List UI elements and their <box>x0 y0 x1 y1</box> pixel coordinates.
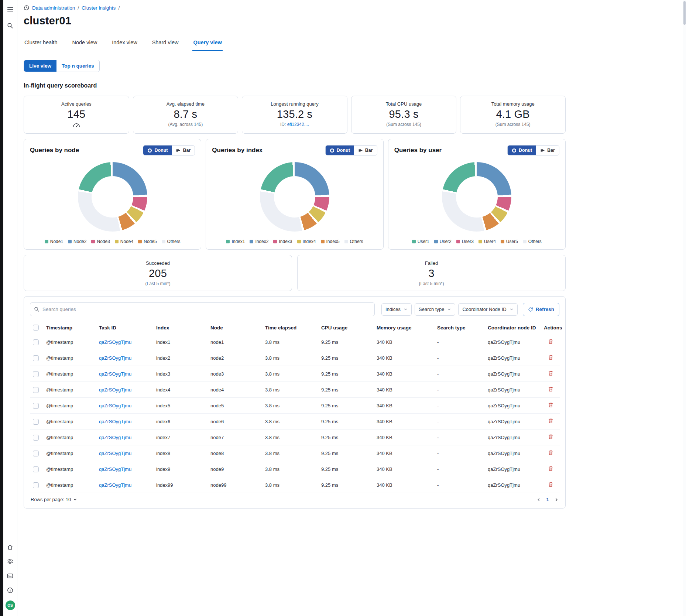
delete-query-button[interactable] <box>547 370 554 378</box>
task-id-link[interactable]: qaZrSOygTjmu <box>99 371 131 377</box>
col-header-coordinator-node-id[interactable]: Coordinator node ID <box>485 321 541 334</box>
legend-item[interactable]: User3 <box>456 239 474 244</box>
page-scrollbar[interactable] <box>683 0 686 616</box>
row-checkbox[interactable] <box>33 339 39 345</box>
cell-index: index3 <box>153 366 207 382</box>
col-header-index[interactable]: Index <box>153 321 207 334</box>
settings-button[interactable] <box>6 557 14 565</box>
tab-cluster-health[interactable]: Cluster health <box>24 40 58 51</box>
legend-item[interactable]: Index2 <box>250 239 268 244</box>
bar-chart-icon <box>358 148 363 153</box>
row-checkbox[interactable] <box>33 466 39 472</box>
task-id-link[interactable]: qaZrSOygTjmu <box>99 482 131 488</box>
next-page-button[interactable] <box>554 497 559 502</box>
legend-item[interactable]: Index3 <box>273 239 292 244</box>
cell-timestamp: @timestamp <box>43 382 96 398</box>
col-header-search-type[interactable]: Search type <box>434 321 485 334</box>
donut-chart[interactable] <box>260 162 329 232</box>
col-header-node[interactable]: Node <box>207 321 262 334</box>
legend-item[interactable]: User2 <box>434 239 452 244</box>
row-checkbox[interactable] <box>33 403 39 409</box>
query-id-link[interactable]: efi12342.... <box>287 122 309 127</box>
row-checkbox[interactable] <box>33 419 39 425</box>
task-id-link[interactable]: qaZrSOygTjmu <box>99 339 131 345</box>
home-button[interactable] <box>6 543 14 551</box>
tab-query-view[interactable]: Query view <box>192 40 222 51</box>
col-header-cpu-usage[interactable]: CPU usage <box>318 321 374 334</box>
legend-item[interactable]: User5 <box>501 239 518 244</box>
sidebar-search-button[interactable] <box>6 21 14 30</box>
col-header-time-elapsed[interactable]: Time elapsed <box>262 321 318 334</box>
info-button[interactable] <box>6 586 14 594</box>
prev-page-button[interactable] <box>536 497 541 502</box>
select-all-checkbox[interactable] <box>33 325 39 331</box>
donut-toggle-button[interactable]: Donut <box>326 146 354 155</box>
rows-per-page-button[interactable]: Rows per page: 10 <box>31 497 77 502</box>
bar-toggle-button[interactable]: Bar <box>354 146 377 155</box>
row-checkbox[interactable] <box>33 451 39 456</box>
top-n-queries-button[interactable]: Top n queries <box>56 60 99 72</box>
donut-chart[interactable] <box>442 162 511 232</box>
legend-item[interactable]: Node1 <box>45 239 63 244</box>
bar-toggle-button[interactable]: Bar <box>172 146 195 155</box>
legend-item[interactable]: Node4 <box>115 239 133 244</box>
legend-item[interactable]: Index4 <box>297 239 316 244</box>
filter-select[interactable]: Coordinator Node ID <box>458 303 517 316</box>
search-queries-input[interactable] <box>42 307 371 312</box>
delete-query-button[interactable] <box>547 433 554 441</box>
refresh-button[interactable]: Refresh <box>523 303 559 316</box>
page-number[interactable]: 1 <box>546 497 549 502</box>
menu-button[interactable] <box>6 5 14 13</box>
task-id-link[interactable]: qaZrSOygTjmu <box>99 403 131 408</box>
row-checkbox[interactable] <box>33 482 39 488</box>
task-id-link[interactable]: qaZrSOygTjmu <box>99 435 131 440</box>
donut-chart[interactable] <box>78 162 147 232</box>
row-checkbox[interactable] <box>33 435 39 441</box>
legend-item[interactable]: Others <box>344 239 363 244</box>
user-avatar[interactable]: OS <box>6 600 15 610</box>
row-checkbox[interactable] <box>33 387 39 393</box>
delete-query-button[interactable] <box>547 338 554 346</box>
legend-item[interactable]: Others <box>523 239 542 244</box>
legend-item[interactable]: User1 <box>412 239 429 244</box>
filter-select[interactable]: Indices <box>381 303 412 316</box>
breadcrumb-link-data-administration[interactable]: Data administration <box>32 5 75 11</box>
delete-query-button[interactable] <box>547 354 554 362</box>
col-header-timestamp[interactable]: Timestamp <box>43 321 96 334</box>
legend-item[interactable]: Node2 <box>68 239 86 244</box>
row-checkbox[interactable] <box>33 355 39 361</box>
col-header-memory-usage[interactable]: Memory usage <box>374 321 434 334</box>
devtools-button[interactable] <box>6 572 14 580</box>
delete-query-button[interactable] <box>547 386 554 394</box>
bar-toggle-button[interactable]: Bar <box>536 146 559 155</box>
scoreboard-title: In-flight query scoreboard <box>24 82 566 89</box>
task-id-link[interactable]: qaZrSOygTjmu <box>99 355 131 361</box>
legend-item[interactable]: Node5 <box>138 239 157 244</box>
legend-item[interactable]: Node3 <box>91 239 110 244</box>
task-id-link[interactable]: qaZrSOygTjmu <box>99 451 131 456</box>
cell-time-elapsed: 3.8 ms <box>262 398 318 414</box>
col-header-task-id[interactable]: Task ID <box>96 321 153 334</box>
donut-toggle-button[interactable]: Donut <box>508 146 536 155</box>
legend-item[interactable]: Others <box>162 239 181 244</box>
tab-node-view[interactable]: Node view <box>71 40 98 51</box>
delete-query-button[interactable] <box>547 465 554 473</box>
legend-item[interactable]: Index5 <box>321 239 340 244</box>
donut-toggle-button[interactable]: Donut <box>143 146 172 155</box>
breadcrumb-link-cluster-insights[interactable]: Cluster insights <box>82 5 116 11</box>
legend-item[interactable]: Index1 <box>226 239 245 244</box>
tab-shard-view[interactable]: Shard view <box>151 40 179 51</box>
row-checkbox[interactable] <box>33 371 39 377</box>
tab-index-view[interactable]: Index view <box>111 40 138 51</box>
task-id-link[interactable]: qaZrSOygTjmu <box>99 387 131 393</box>
task-id-link[interactable]: qaZrSOygTjmu <box>99 466 131 472</box>
filter-select[interactable]: Search type <box>415 303 455 316</box>
delete-query-button[interactable] <box>547 449 554 457</box>
live-view-button[interactable]: Live view <box>24 60 56 72</box>
delete-query-button[interactable] <box>547 417 554 425</box>
delete-query-button[interactable] <box>547 401 554 410</box>
legend-item[interactable]: User4 <box>479 239 496 244</box>
task-id-link[interactable]: qaZrSOygTjmu <box>99 419 131 424</box>
scrollbar-thumb[interactable] <box>683 1 686 25</box>
delete-query-button[interactable] <box>547 481 554 489</box>
